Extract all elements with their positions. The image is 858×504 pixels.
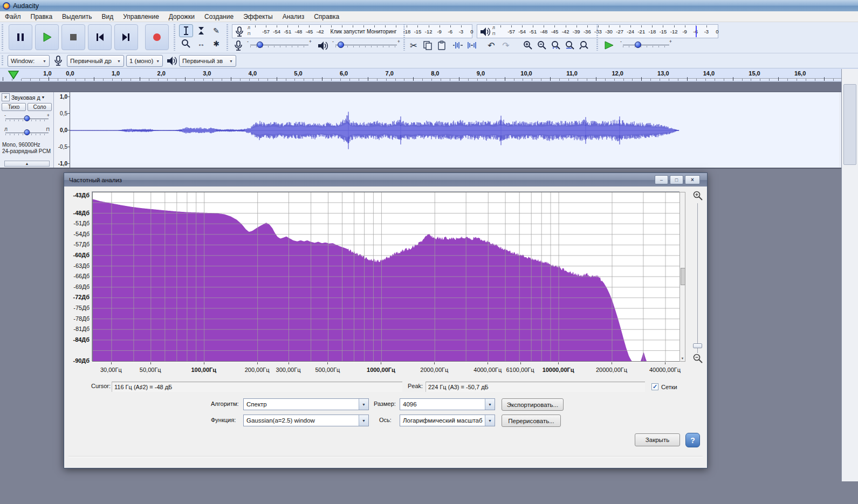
monitoring-hint[interactable]: Клик запустит Мониторинг — [331, 29, 397, 34]
timeline-second-label: 11,0 — [566, 70, 578, 77]
copy-button[interactable] — [421, 39, 435, 52]
track-name-dropdown[interactable]: Звуковая д ▼ — [11, 93, 52, 101]
menu-item-Справка[interactable]: Справка — [309, 12, 344, 22]
scrollbar-down-arrow[interactable]: ▼ — [680, 356, 685, 361]
track-collapse-button[interactable]: ▲ — [4, 161, 50, 167]
zoom-out-icon[interactable] — [692, 353, 703, 364]
dialog-titlebar[interactable]: Частотный анализ — [64, 173, 707, 187]
track-vertical-ruler[interactable]: 1,00,50,0-0,5-1,0 — [54, 92, 70, 168]
grids-checkbox[interactable]: ✓ — [651, 383, 658, 390]
meter-scale-value: -15 — [660, 29, 667, 34]
audio-host-dropdown[interactable]: Window:▼ — [8, 55, 50, 67]
fit-selection-button[interactable] — [549, 39, 563, 52]
axis-dropdown[interactable]: Логарифмический масштаб ▼ — [400, 415, 495, 426]
export-button[interactable]: Экспортировать... — [502, 398, 564, 411]
spectrum-plot[interactable] — [92, 192, 680, 362]
play-at-speed-button[interactable] — [601, 39, 617, 52]
paste-button[interactable] — [435, 39, 449, 52]
recording-meter[interactable]: Л П -57-54-51-48-45-42Клик запустит Мони… — [232, 24, 472, 38]
toolbar-grip[interactable] — [596, 24, 598, 51]
menu-item-Анализ[interactable]: Анализ — [278, 12, 310, 22]
menu-item-Дорожки[interactable]: Дорожки — [164, 12, 200, 22]
mute-button[interactable]: Тихо — [2, 103, 26, 111]
zoom-in-button[interactable] — [521, 39, 535, 52]
gain-slider[interactable]: - + — [3, 114, 51, 123]
menu-item-Создание[interactable]: Создание — [200, 12, 238, 22]
menu-item-Файл[interactable]: Файл — [0, 12, 26, 22]
spectrum-canvas[interactable] — [93, 192, 679, 361]
zoom-toggle-button[interactable] — [577, 39, 591, 52]
playback-speed-slider[interactable]: -+ — [620, 39, 672, 51]
zoom-slider-handle[interactable] — [693, 343, 702, 348]
timeshift-tool-button[interactable]: ↔ — [194, 37, 208, 50]
recording-volume-slider[interactable]: -+ — [247, 39, 312, 51]
waveform-canvas[interactable] — [70, 92, 839, 168]
undo-button[interactable]: ↶ — [484, 39, 498, 52]
cut-button[interactable]: ✂ — [407, 39, 421, 52]
close-button[interactable]: Закрыть — [635, 433, 680, 446]
zoom-tool-button[interactable] — [179, 37, 193, 50]
vertical-ruler-label: -0,5 — [58, 144, 67, 150]
silence-audio-button[interactable] — [465, 39, 479, 52]
recording-channels-dropdown[interactable]: 1 (моно)▼ — [126, 55, 163, 67]
menu-item-Управление[interactable]: Управление — [118, 12, 164, 22]
function-dropdown[interactable]: Gaussian(a=2.5) window ▼ — [243, 415, 369, 426]
menu-item-Выделить[interactable]: Выделить — [57, 12, 97, 22]
recording-channels-value: 1 (моно) — [129, 58, 153, 64]
play-button[interactable] — [35, 24, 59, 50]
window-titlebar[interactable]: Audacity — [0, 0, 858, 11]
zoom-in-icon[interactable] — [692, 190, 703, 201]
slider-thumb[interactable] — [24, 115, 30, 121]
timeline-ruler[interactable]: 1,00,01,02,03,04,05,06,07,08,09,010,011,… — [0, 68, 858, 82]
track-waveform[interactable] — [70, 92, 839, 168]
meter-scale-value: -6 — [448, 29, 452, 34]
solo-button[interactable]: Соло — [28, 103, 52, 111]
skip-to-end-button[interactable] — [114, 24, 138, 50]
stop-button[interactable] — [61, 24, 85, 50]
cursor-readout-label: Cursor: — [91, 383, 111, 393]
dialog-maximize-button[interactable]: □ — [670, 175, 683, 184]
spectrum-scrollbar[interactable]: ▼ — [679, 192, 685, 362]
dialog-minimize-button[interactable]: – — [655, 175, 668, 184]
selection-tool-button[interactable] — [179, 24, 193, 37]
pause-button[interactable] — [9, 24, 32, 50]
help-button[interactable]: ? — [685, 433, 700, 447]
slider-thumb[interactable] — [24, 129, 30, 135]
zoom-out-button[interactable] — [535, 39, 549, 52]
menu-item-Эффекты[interactable]: Эффекты — [238, 12, 278, 22]
draw-tool-button[interactable]: ✎ — [209, 24, 223, 37]
slider-thumb[interactable] — [257, 42, 263, 48]
slider-thumb[interactable] — [338, 42, 344, 48]
meter-channel-left-label: Л — [248, 26, 250, 31]
skip-to-start-button[interactable] — [88, 24, 112, 50]
main-vertical-scrollbar[interactable] — [841, 69, 858, 481]
track-close-button[interactable]: × — [2, 93, 10, 101]
multi-tool-button[interactable]: ✱ — [209, 37, 223, 50]
slider-thumb[interactable] — [635, 42, 641, 48]
meter-scale-value: -57 — [507, 29, 515, 34]
size-dropdown[interactable]: 4096 ▼ — [400, 398, 495, 410]
replot-button[interactable]: Перерисовать... — [502, 415, 561, 427]
toolbar-grip[interactable] — [226, 24, 228, 51]
playback-volume-slider[interactable]: -+ — [332, 39, 400, 51]
toolbar-grip[interactable] — [174, 24, 175, 51]
toolbar-grip[interactable] — [403, 24, 405, 51]
toolbar-grip[interactable] — [2, 24, 3, 51]
redo-button[interactable]: ↷ — [499, 39, 513, 52]
trim-audio-button[interactable] — [451, 39, 465, 52]
playback-device-dropdown[interactable]: Первичный зв▼ — [179, 55, 236, 67]
track-format-info: 24-разрядный PCM — [2, 148, 53, 154]
pan-slider[interactable]: Л П — [3, 128, 51, 137]
algorithm-dropdown[interactable]: Спектр ▼ — [243, 398, 369, 410]
menu-item-Правка[interactable]: Правка — [26, 12, 58, 22]
scrollbar-thumb[interactable] — [681, 268, 685, 285]
fit-project-button[interactable] — [563, 39, 577, 52]
dialog-close-button[interactable]: × — [685, 175, 700, 184]
scrollbar-thumb[interactable] — [843, 84, 856, 165]
toolbar-grip[interactable] — [2, 56, 3, 66]
record-button[interactable] — [145, 24, 169, 50]
envelope-tool-button[interactable] — [194, 24, 208, 37]
menu-item-Вид[interactable]: Вид — [97, 12, 118, 22]
meter-scale-value: -15 — [414, 29, 422, 34]
recording-device-dropdown[interactable]: Первичный др▼ — [67, 55, 124, 67]
